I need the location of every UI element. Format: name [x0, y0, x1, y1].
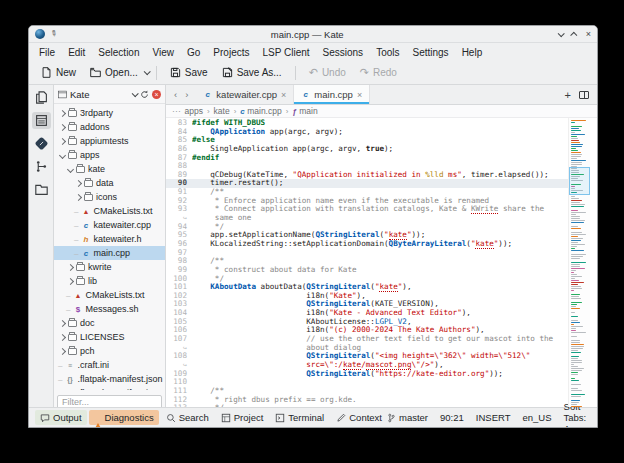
- statusbar-toggle-terminal[interactable]: Terminal: [270, 410, 329, 425]
- tree-filter-input[interactable]: [57, 395, 162, 408]
- overflow-icon[interactable]: ⋯: [172, 106, 181, 116]
- tab-main-cpp[interactable]: cmain.cpp×: [294, 85, 370, 104]
- tool-button-project[interactable]: [32, 112, 51, 129]
- maximize-button[interactable]: [570, 31, 577, 38]
- menu-item-edit[interactable]: Edit: [68, 47, 85, 58]
- code-line[interactable]: 99 * construct about data for Kate: [166, 266, 568, 275]
- code-line[interactable]: 106 i18n("(c) 2000-2024 The Kate Authors…: [166, 326, 568, 335]
- code-line[interactable]: 98 /**: [166, 257, 568, 266]
- tab-back-button[interactable]: ‹: [174, 89, 177, 100]
- tree-item-data[interactable]: data: [54, 176, 165, 190]
- breadcrumb-item-kate[interactable]: kate: [214, 106, 230, 116]
- minimap[interactable]: [568, 118, 590, 407]
- chevron-right-icon[interactable]: [67, 263, 74, 270]
- close-button[interactable]: ×: [586, 30, 591, 39]
- statusbar-en-us[interactable]: en_US: [522, 412, 551, 423]
- menu-item-tools[interactable]: Tools: [376, 47, 399, 58]
- tool-button-symbols[interactable]: [32, 158, 51, 175]
- split-view-icon[interactable]: [579, 91, 589, 99]
- menu-item-projects[interactable]: Projects: [213, 47, 249, 58]
- project-dropdown-icon[interactable]: [132, 90, 139, 97]
- chevron-right-icon[interactable]: [59, 123, 66, 130]
- tool-button-filesystem[interactable]: [32, 181, 51, 198]
- code-line[interactable]: 100 */: [166, 275, 568, 284]
- tree-item-flatpak-manifest-json[interactable]: –{}.flatpak-manifest.json: [54, 372, 165, 386]
- code-line[interactable]: 101 KAboutData aboutData(QStringLiteral(…: [166, 283, 568, 292]
- open-button[interactable]: Open...: [84, 65, 144, 80]
- code-line[interactable]: 94 */: [166, 223, 568, 232]
- code-line[interactable]: 95 app.setApplicationName(QStringLiteral…: [166, 231, 568, 240]
- tree-item-cmakelists-txt[interactable]: –▲CMakeLists.txt: [54, 288, 165, 302]
- tree-item-pch[interactable]: pch: [54, 344, 165, 358]
- tree-item-katewaiter-cpp[interactable]: –ckatewaiter.cpp: [54, 218, 165, 232]
- code-line[interactable]: 97: [166, 249, 568, 258]
- code-line[interactable]: 93 * Connect application with translatio…: [166, 205, 568, 214]
- chevron-right-icon[interactable]: [59, 137, 66, 144]
- code-line[interactable]: 111 /**: [166, 387, 568, 396]
- code-line[interactable]: 92 * Enforce application name even if th…: [166, 197, 568, 206]
- statusbar-insert[interactable]: INSERT: [476, 412, 511, 423]
- statusbar-toggle-project[interactable]: Project: [216, 410, 269, 425]
- tree-item-lib[interactable]: lib: [54, 274, 165, 288]
- chevron-right-icon[interactable]: [59, 319, 66, 326]
- tree-item-licenses[interactable]: LICENSES: [54, 330, 165, 344]
- menu-item-selection[interactable]: Selection: [98, 47, 139, 58]
- code-line[interactable]: 107 // use the other text field to get o…: [166, 335, 568, 344]
- tool-button-git[interactable]: [32, 135, 51, 152]
- project-close-button[interactable]: ×: [152, 90, 161, 99]
- open-dropdown-icon[interactable]: [143, 68, 150, 75]
- tree-item-cmakelists-txt[interactable]: –▲CMakeLists.txt: [54, 204, 165, 218]
- code-line[interactable]: 84 QApplication app(argc, argv);: [166, 128, 568, 137]
- minimap-viewport[interactable]: [569, 167, 590, 194]
- code-line[interactable]: ↪ same one: [166, 214, 568, 223]
- chevron-down-icon[interactable]: [67, 165, 74, 172]
- menu-item-help[interactable]: Help: [462, 47, 483, 58]
- code-line[interactable]: 112 * right dbus prefix == org.kde.: [166, 396, 568, 405]
- code-line[interactable]: 96 KLocalizedString::setApplicationDomai…: [166, 240, 568, 249]
- code-line[interactable]: ↪ about dialog: [166, 344, 568, 353]
- tree-item-main-cpp[interactable]: –cmain.cpp: [54, 246, 165, 260]
- code-line[interactable]: 102 i18n("Kate"),: [166, 292, 568, 301]
- tree-item-messages-sh[interactable]: –$Messages.sh: [54, 302, 165, 316]
- code-line[interactable]: 89 qCDebug(KateTime, "QApplication initi…: [166, 171, 568, 180]
- save-as-button[interactable]: Save As...: [216, 65, 288, 80]
- menu-item-file[interactable]: File: [39, 47, 55, 58]
- statusbar-toggle-search[interactable]: Search: [161, 410, 214, 425]
- breadcrumb-item-main[interactable]: ƒ main: [292, 106, 317, 116]
- tree-item-3rdparty[interactable]: 3rdparty: [54, 106, 165, 120]
- new-tab-button[interactable]: +: [565, 89, 571, 101]
- menu-item-view[interactable]: View: [153, 47, 175, 58]
- code-line[interactable]: 85#else: [166, 136, 568, 145]
- scrollbar-track[interactable]: [590, 118, 597, 407]
- breadcrumb-item-main-cpp[interactable]: c main.cpp: [240, 106, 281, 116]
- statusbar-toggle-diagnostics[interactable]: Diagnostics: [89, 410, 159, 425]
- code-line[interactable]: 104 i18n("Kate - Advanced Text Editor"),: [166, 309, 568, 318]
- tree-item-apps[interactable]: apps: [54, 148, 165, 162]
- chevron-right-icon[interactable]: [59, 347, 66, 354]
- code-line[interactable]: 86 SingleApplication app(argc, argv, tru…: [166, 145, 568, 154]
- tool-button-documents[interactable]: [32, 89, 51, 106]
- chevron-right-icon[interactable]: [75, 179, 82, 186]
- save-button[interactable]: Save: [164, 65, 214, 80]
- menu-item-sessions[interactable]: Sessions: [323, 47, 364, 58]
- tree-item-appiumtests[interactable]: appiumtests: [54, 134, 165, 148]
- menu-item-settings[interactable]: Settings: [412, 47, 448, 58]
- tree-item-craft-ini[interactable]: –≡.craft.ini: [54, 358, 165, 372]
- code-line[interactable]: ↪ src=\":/kate/mascot.png\"/>"),: [166, 361, 568, 370]
- minimize-button[interactable]: [557, 30, 564, 37]
- statusbar-master[interactable]: master: [387, 412, 428, 423]
- code-line[interactable]: 87#endif: [166, 154, 568, 163]
- statusbar-90-21[interactable]: 90:21: [440, 412, 464, 423]
- code-line[interactable]: 91 /**: [166, 188, 568, 197]
- code-line[interactable]: 105 KAboutLicense::LGPL_V2,: [166, 318, 568, 327]
- tree-item-flatpak-manifest-jso[interactable]: –≡.flatpak-manifest.jso: [54, 386, 165, 390]
- menu-item-lsp-client[interactable]: LSP Client: [262, 47, 309, 58]
- tree-item-doc[interactable]: doc: [54, 316, 165, 330]
- chevron-down-icon[interactable]: [59, 151, 66, 158]
- tab-forward-button[interactable]: ›: [185, 89, 188, 100]
- code-line[interactable]: 113 */: [166, 404, 568, 407]
- code-line[interactable]: 109 QStringLiteral("https://kate-editor.…: [166, 370, 568, 379]
- code-line[interactable]: 110: [166, 378, 568, 387]
- chevron-right-icon[interactable]: [59, 333, 66, 340]
- tree-item-kwrite[interactable]: kwrite: [54, 260, 165, 274]
